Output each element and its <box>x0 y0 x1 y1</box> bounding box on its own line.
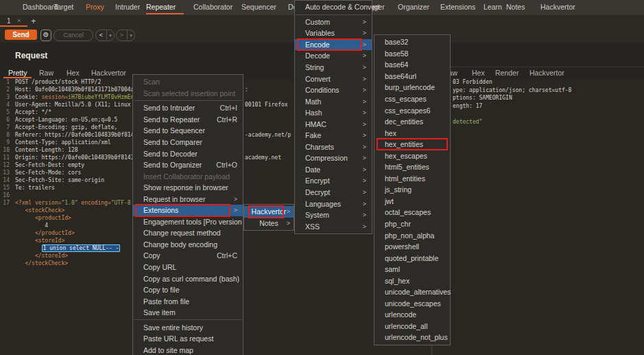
app-tab-intruder[interactable]: Intruder <box>115 3 140 11</box>
menu-item-hex[interactable]: hex <box>374 127 450 139</box>
menu-item-xss[interactable]: XSS> <box>295 220 372 232</box>
menu-item-jwt[interactable]: jwt <box>374 196 450 207</box>
menu-item-html5-entities[interactable]: html5_entities <box>374 161 450 173</box>
menu-item-urlencode-not-plus[interactable]: urlencode_not_plus <box>374 332 450 343</box>
menu-item-custom[interactable]: Custom> <box>295 16 372 28</box>
app-tab-notes[interactable]: Notes <box>506 3 525 11</box>
menu-item-hackvertor[interactable]: Hackvertor> <box>244 206 294 218</box>
menu-item-charsets[interactable]: Charsets> <box>295 141 372 153</box>
menu-item-date[interactable]: Date> <box>295 164 372 176</box>
app-tab-sequencer[interactable]: Sequencer <box>241 3 276 11</box>
app-tab-collaborator[interactable]: Collaborator <box>193 3 232 11</box>
forward-arrow[interactable]: > <box>117 30 128 40</box>
menu-item-unicode-escapes[interactable]: unicode_escapes <box>374 298 450 310</box>
add-tab-button[interactable]: + <box>31 16 36 26</box>
menu-item-paste-url-as-request[interactable]: Paste URL as request <box>133 333 243 345</box>
back-history-button[interactable]: <▾ <box>95 30 115 41</box>
menu-item-request-in-browser[interactable]: Request in browser> <box>133 193 243 205</box>
menu-item-php-chr[interactable]: php_chr <box>374 218 450 230</box>
menu-item-save-item[interactable]: Save item <box>133 307 243 319</box>
app-tab-organizer[interactable]: Organizer <box>398 3 429 11</box>
app-tab-extensions[interactable]: Extensions <box>440 3 475 11</box>
menu-item-add-to-site-map[interactable]: Add to site map <box>133 345 243 355</box>
menu-item-encrypt[interactable]: Encrypt> <box>295 175 372 187</box>
menu-item-copy-url[interactable]: Copy URL <box>133 262 243 273</box>
close-tab-icon[interactable]: × <box>17 17 21 24</box>
menu-item-saml[interactable]: saml <box>374 264 450 275</box>
menu-item-js-string[interactable]: js_string <box>374 184 450 196</box>
menu-item-sql-hex[interactable]: sql_hex <box>374 275 450 286</box>
menu-item-math[interactable]: Math> <box>295 95 372 107</box>
menu-item-base64[interactable]: base64 <box>374 59 450 71</box>
menu-item-base58[interactable]: base58 <box>374 48 450 60</box>
menu-item-string[interactable]: String> <box>295 62 372 73</box>
cancel-button[interactable]: Cancel <box>53 30 93 41</box>
menu-item-save-entire-history[interactable]: Save entire history <box>133 321 243 333</box>
menu-item-hash[interactable]: Hash> <box>295 107 372 119</box>
req-tab-hex[interactable]: Hex <box>67 69 80 77</box>
req-tab-raw[interactable]: Raw <box>39 69 53 77</box>
menu-item-send-to-comparer[interactable]: Send to Comparer <box>133 137 243 148</box>
menu-item-extensions[interactable]: Extensions> <box>133 205 243 216</box>
menu-item-system[interactable]: System> <box>295 209 372 221</box>
menu-item-convert[interactable]: Convert> <box>295 73 372 84</box>
menu-item-dec-entities[interactable]: dec_entities <box>374 116 450 128</box>
app-tab-target[interactable]: Target <box>53 3 73 11</box>
app-tab-repeater[interactable]: Repeater <box>146 3 176 11</box>
menu-item-send-to-decoder[interactable]: Send to Decoder <box>133 148 243 159</box>
menu-item-urlencode-all[interactable]: urlencode_all <box>374 321 450 332</box>
app-tab-proxy[interactable]: Proxy <box>86 3 104 11</box>
menu-item-auto-decode-convert[interactable]: Auto decode & Convert <box>295 1 372 13</box>
menu-item-fake[interactable]: Fake> <box>295 130 372 141</box>
menu-item-send-to-repeater[interactable]: Send to RepeaterCtrl+R <box>133 114 243 126</box>
menu-item-hex-entities[interactable]: hex_entities <box>374 139 450 150</box>
resp-tab-hex[interactable]: Hex <box>472 69 485 77</box>
menu-item-languages[interactable]: Languages> <box>295 198 372 209</box>
menu-item-burp-urlencode[interactable]: burp_urlencode <box>374 82 450 93</box>
menu-item-change-request-method[interactable]: Change request method <box>133 227 243 239</box>
resp-tab-hackvertor[interactable]: Hackvertor <box>529 69 564 77</box>
app-tab-learn[interactable]: Learn <box>484 3 502 11</box>
menu-item-base32[interactable]: base32 <box>374 36 450 48</box>
menu-item-css-escapes[interactable]: css_escapes <box>374 93 450 105</box>
menu-item-change-body-encoding[interactable]: Change body encoding <box>133 239 243 251</box>
menu-item-copy-as-curl-command-bash[interactable]: Copy as curl command (bash) <box>133 273 243 284</box>
back-dropdown-caret-icon[interactable]: ▾ <box>107 31 114 41</box>
menu-item-encode[interactable]: Encode> <box>295 39 372 51</box>
menu-item-compression[interactable]: Compression> <box>295 152 372 164</box>
settings-gear-icon[interactable]: ⚙ <box>40 30 51 41</box>
menu-item-paste-from-file[interactable]: Paste from file <box>133 295 243 307</box>
menu-item-html-entities[interactable]: html_entities <box>374 173 450 185</box>
menu-item-unicode-alternatives[interactable]: unicode_alternatives <box>374 286 450 298</box>
menu-item-show-response-in-browser[interactable]: Show response in browser <box>133 182 243 194</box>
selected-payload-text[interactable]: 1 union select NULL-- - <box>42 244 121 252</box>
repeater-tab-1[interactable]: 1 <box>7 17 11 25</box>
response-editor[interactable]: 03 Forbiddenype: application/json; chars… <box>433 78 644 355</box>
menu-item-send-to-intruder[interactable]: Send to IntruderCtrl+I <box>133 102 243 114</box>
app-tab-hackvertor[interactable]: Hackvertor <box>540 3 575 11</box>
req-tab-hackvertor[interactable]: Hackvertor <box>91 69 126 77</box>
menu-item-base64url[interactable]: base64url <box>374 71 450 82</box>
back-arrow[interactable]: < <box>96 30 107 40</box>
send-button[interactable]: Send <box>5 30 37 40</box>
menu-item-quoted-printable[interactable]: quoted_printable <box>374 252 450 264</box>
menu-item-decode[interactable]: Decode> <box>295 50 372 62</box>
menu-item-conditions[interactable]: Conditions> <box>295 84 372 96</box>
menu-item-engagement-tools-pro-version-only[interactable]: Engagement tools [Pro version only]> <box>133 216 243 228</box>
menu-item-hex-escapes[interactable]: hex_escapes <box>374 150 450 161</box>
menu-item-decrypt[interactable]: Decrypt> <box>295 187 372 198</box>
menu-item-urlencode[interactable]: urlencode <box>374 309 450 321</box>
menu-item-php-non-alpha[interactable]: php_non_alpha <box>374 229 450 241</box>
menu-item-hmac[interactable]: HMAC> <box>295 118 372 130</box>
app-tab-dashboard[interactable]: Dashboard <box>23 3 58 11</box>
menu-item-copy[interactable]: CopyCtrl+C <box>133 250 243 262</box>
menu-item-send-to-sequencer[interactable]: Send to Sequencer <box>133 125 243 137</box>
menu-item-octal-escapes[interactable]: octal_escapes <box>374 207 450 218</box>
resp-tab-render[interactable]: Render <box>495 69 518 77</box>
menu-item-css-escapes6[interactable]: css_escapes6 <box>374 104 450 116</box>
forward-history-button[interactable]: >▾ <box>116 30 135 41</box>
forward-dropdown-caret-icon[interactable]: ▾ <box>128 31 134 41</box>
req-tab-pretty[interactable]: Pretty <box>8 69 27 77</box>
menu-item-send-to-organizer[interactable]: Send to OrganizerCtrl+O <box>133 159 243 171</box>
menu-item-powershell[interactable]: powershell <box>374 241 450 253</box>
